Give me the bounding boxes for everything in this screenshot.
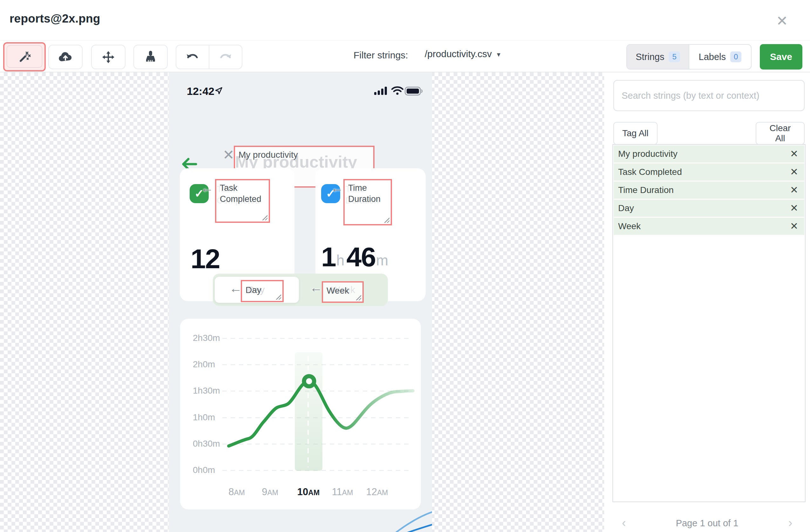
undo-button[interactable] [176,45,209,69]
y-tick: 0h0m [193,465,220,476]
x-tick: 12AM [360,486,394,498]
magic-wand-icon [18,50,31,63]
tagbox-week[interactable]: Week [322,281,364,303]
clear-all-button[interactable]: Clear All [756,122,805,145]
string-text: Day [618,200,634,217]
labels-count-badge: 0 [730,51,741,62]
redo-icon [218,52,232,63]
brush-icon [144,50,157,64]
filter-strings-label: Filter strings: [354,50,408,61]
tag-anchor-arrow-icon: ← [331,181,343,195]
undo-redo-group [176,45,242,69]
remove-string-icon[interactable]: ✕ [787,200,801,217]
duration-minutes: 46 [346,243,375,270]
resize-handle-icon[interactable] [384,217,389,223]
canvas-area: 12:42 [0,72,810,532]
tagbox-task-completed[interactable]: Task Completed [215,179,270,223]
duration-hours: 1 [321,243,336,270]
battery-icon [405,87,423,96]
clean-tool-button[interactable] [133,45,168,69]
strings-labels-tabs: Strings 5 Labels 0 [627,44,751,69]
search-field-wrap [613,80,805,111]
tab-labels[interactable]: Labels 0 [688,45,751,69]
y-tick: 0h30m [193,439,220,449]
move-tool-button[interactable] [91,45,126,69]
cloud-upload-icon [59,52,72,63]
chevron-down-icon: ▾ [497,49,500,59]
magic-tag-tool-selected[interactable] [3,42,46,71]
remove-string-icon[interactable]: ✕ [787,218,801,235]
remove-string-icon[interactable]: ✕ [787,182,801,199]
hours-unit: h [336,250,345,270]
x-tick: 9AM [253,486,288,498]
duration-value: 1 h 46 m [321,243,390,270]
tagbox-week-label: Week [326,285,349,297]
resize-handle-icon[interactable] [262,215,268,220]
wifi-icon [391,86,403,95]
signal-bars-icon [374,86,388,95]
string-row[interactable]: Task Completed ✕ [614,164,804,181]
tagbox-time-duration[interactable]: Time Duration [343,179,392,226]
string-row[interactable]: Day ✕ [614,200,804,217]
tagbox-duration-label: Time Duration [348,183,391,205]
tab-strings[interactable]: Strings 5 [627,45,688,69]
tagbox-task-label: Task Completed [220,183,269,205]
tag-anchor-arrow-icon: ← [229,281,242,296]
tagbox-title-label: My productivity [239,149,298,161]
window-header: reports@2x.png ✕ [0,0,810,40]
strings-sidebar: Tag All Clear All My productivity ✕ Task… [604,72,810,532]
tagbox-day[interactable]: Day [241,280,284,302]
tab-strings-label: Strings [636,52,664,62]
day-week-toggle[interactable]: Day Week ← ← Day Week [213,273,388,306]
remove-string-icon[interactable]: ✕ [787,164,801,181]
string-text: Task Completed [618,164,682,181]
tagbox-day-label: Day [245,284,261,296]
resize-handle-icon[interactable] [276,294,281,300]
y-tick: 1h0m [193,412,220,423]
close-icon[interactable]: ✕ [773,12,792,31]
y-tick: 2h30m [193,333,220,344]
x-tick-selected: 10AM [291,486,326,498]
resize-handle-icon[interactable] [356,295,361,300]
string-text: Time Duration [618,182,674,199]
remove-string-icon[interactable]: ✕ [787,145,801,163]
save-button[interactable]: Save [760,44,803,69]
string-text: My productivity [618,145,678,163]
strings-list: My productivity ✕ Task Completed ✕ Time … [612,144,806,502]
string-row[interactable]: Time Duration ✕ [614,182,804,199]
undo-icon [185,52,199,63]
tagged-screenshot[interactable]: 12:42 [169,72,432,532]
tasks-value: 12 [191,243,220,275]
tag-anchor-arrow-icon: ← [201,181,213,195]
close-x-icon[interactable]: ✕ [223,147,234,163]
toolbar: Filter strings: /productivity.csv ▾ Stri… [0,41,810,72]
search-input[interactable] [613,80,805,111]
tag-anchor-arrow-icon: ← [310,281,322,295]
minutes-unit: m [376,250,388,270]
string-row[interactable]: Week ✕ [614,218,804,235]
string-row[interactable]: My productivity ✕ [614,145,804,163]
upload-button[interactable] [48,45,83,69]
strings-count-badge: 5 [669,51,680,62]
location-arrow-icon [214,86,223,95]
productivity-chart-card: 2h30m 2h0m 1h30m 1h0m 0h30m 0h0m 8AM 9AM… [180,319,421,510]
filter-file-value: /productivity.csv [425,49,492,60]
move-icon [102,50,115,64]
peak-marker [304,376,314,386]
filter-file-dropdown[interactable]: /productivity.csv ▾ [425,49,500,60]
page-indicator: Page 1 out of 1 [604,516,810,530]
tab-labels-label: Labels [699,52,726,62]
page-next-icon[interactable]: › [784,516,797,530]
y-tick: 1h30m [193,386,220,397]
file-title: reports@2x.png [10,12,100,26]
y-tick: 2h0m [193,359,220,370]
pagination: ‹ Page 1 out of 1 › [604,516,810,530]
status-time: 12:42 [187,85,214,97]
redo-button[interactable] [209,45,242,69]
x-tick: 11AM [325,486,360,498]
x-tick: 8AM [219,486,254,498]
magic-tag-button[interactable] [7,45,42,68]
string-text: Week [618,218,641,235]
tag-all-button[interactable]: Tag All [613,122,658,145]
